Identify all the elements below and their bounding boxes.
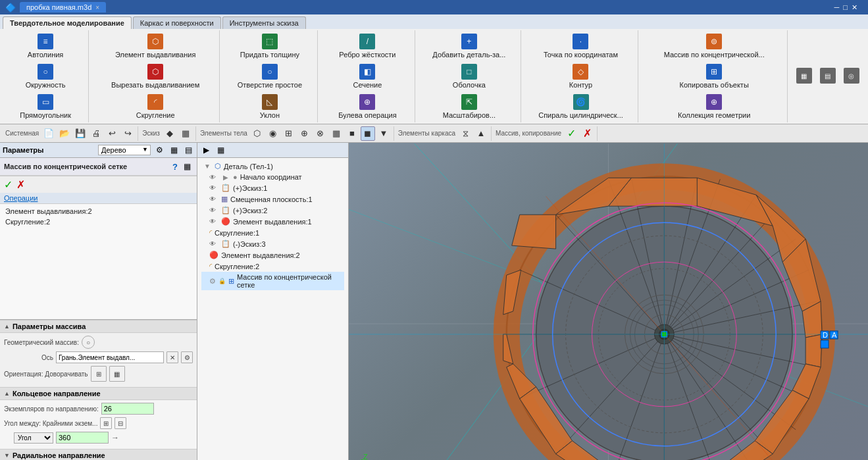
shell-btn[interactable]: □ Оболочка bbox=[449, 62, 489, 91]
extrude-btn[interactable]: ⬡ Элемент выдавливания bbox=[112, 32, 199, 61]
extra-btn-2[interactable]: ▤ bbox=[817, 66, 839, 87]
view-dropdown-btn[interactable]: ▼ bbox=[376, 126, 391, 141]
axis-clear-btn[interactable]: ✕ bbox=[166, 351, 178, 363]
thicken-btn[interactable]: ⬚ Придать толщину bbox=[237, 32, 303, 61]
ribbon-tab-surface[interactable]: Каркас и поверхности bbox=[133, 16, 221, 29]
undo-btn[interactable]: ↩ bbox=[105, 126, 119, 141]
help-btn[interactable]: ? bbox=[169, 161, 181, 172]
eye-icon-1: 👁 bbox=[209, 184, 218, 192]
rect-btn[interactable]: ▭ Прямоугольник bbox=[16, 92, 74, 121]
view-3d-btn[interactable]: ⊗ bbox=[313, 126, 328, 141]
section-btn[interactable]: ◧ Сечение bbox=[349, 62, 385, 91]
redo-btn[interactable]: ↪ bbox=[120, 126, 135, 141]
panel-dropdown[interactable]: Дерево ▼ bbox=[98, 145, 151, 155]
frame-btn-2[interactable]: ▲ bbox=[474, 126, 488, 141]
ops-item-0[interactable]: Элемент выдавливания:2 bbox=[4, 207, 193, 216]
draft-btn[interactable]: ◺ Уклон bbox=[257, 92, 283, 121]
scale-btn[interactable]: ⇱ Масштабиров... bbox=[440, 92, 499, 121]
filter-btn[interactable]: ⧖ bbox=[458, 126, 472, 141]
collection-icon: ⊕ bbox=[706, 94, 722, 110]
angle-mode-btn-2[interactable]: ⊟ bbox=[115, 417, 126, 429]
ring-header[interactable]: ▲ Кольцевое направление bbox=[0, 387, 197, 400]
rib-btn[interactable]: / Ребро жёсткости bbox=[336, 32, 399, 61]
instances-input[interactable] bbox=[101, 403, 154, 415]
confirm-ok-btn[interactable]: ✓ bbox=[4, 178, 13, 191]
angle-input[interactable] bbox=[56, 432, 109, 444]
tree-toggle-btn[interactable]: ▶ bbox=[200, 144, 212, 156]
ribbon-group-point: · Точка по координатам ◇ Контур 🌀 Спирал… bbox=[524, 30, 639, 122]
axis-pick-btn[interactable]: ⚙ bbox=[181, 351, 193, 363]
cancel-red-btn[interactable]: ✗ bbox=[580, 126, 594, 141]
axis-input[interactable] bbox=[56, 351, 164, 363]
tree-item-fillet1[interactable]: ◜ Скругление:1 bbox=[201, 227, 344, 238]
ops-label[interactable]: Операции bbox=[4, 194, 38, 202]
tree-item-fillet2[interactable]: ◜ Скругление:2 bbox=[201, 261, 344, 272]
collection-btn[interactable]: ⊕ Коллекция геометрии bbox=[675, 92, 753, 121]
panel-extra-btn[interactable]: ▦ bbox=[168, 144, 180, 156]
point-icon: · bbox=[573, 34, 588, 49]
contour-btn[interactable]: ◇ Контур bbox=[566, 62, 596, 91]
confirm-cancel-btn[interactable]: ✗ bbox=[16, 178, 25, 191]
cut-extrude-btn[interactable]: ⬡ Вырезать выдавливанием bbox=[108, 62, 203, 91]
extra-btn-1[interactable]: ▦ bbox=[793, 66, 815, 87]
autoline-btn[interactable]: ≡ Автолиния bbox=[24, 32, 66, 61]
orient-btn-1[interactable]: ⊞ bbox=[91, 366, 107, 382]
sketch-btn-1[interactable]: ◆ bbox=[163, 126, 177, 141]
tree-mass-lock-icon: 🔒 bbox=[218, 278, 226, 284]
circle-btn[interactable]: ○ Окружность bbox=[22, 62, 69, 91]
tree-item-sketch1[interactable]: 👁 📋 (+)Эскиз:1 bbox=[201, 182, 344, 193]
geom-mass-toggle[interactable]: ○ bbox=[82, 336, 95, 349]
spiral-btn[interactable]: 🌀 Спираль цилиндрическ... bbox=[535, 92, 626, 121]
tree-extra-btn[interactable]: ▦ bbox=[215, 144, 226, 156]
angle-between-row: Угол между: Крайними экзем... ⊞ ⊟ bbox=[4, 417, 193, 429]
view-front-btn[interactable]: ⊞ bbox=[282, 126, 296, 141]
print-btn[interactable]: 🖨 bbox=[89, 126, 103, 141]
mass-btn[interactable]: ⊚ Массив по концентрической... bbox=[661, 32, 768, 61]
ribbon-tab-solid[interactable]: Твердотельное моделирование bbox=[3, 16, 132, 29]
add-detail-btn[interactable]: + Добавить деталь-за... bbox=[429, 32, 509, 61]
accept-green-btn[interactable]: ✓ bbox=[564, 126, 578, 141]
sketch-btn-2[interactable]: ▦ bbox=[178, 126, 193, 141]
tree-item-sketch2[interactable]: 👁 📋 (+)Эскиз:2 bbox=[201, 205, 344, 216]
panel-extra-btn2[interactable]: ▤ bbox=[182, 144, 194, 156]
view-cube-btn[interactable]: ◉ bbox=[266, 126, 280, 141]
tree-item-mass[interactable]: ⚙ 🔒 ⊞ Массив по концентрической сетке bbox=[201, 272, 344, 290]
frame-toolbar: Элементы каркаса ⧖ ▲ bbox=[396, 126, 492, 141]
ribbon-tab-sketch[interactable]: Инструменты эскиза bbox=[222, 16, 306, 29]
ops-item-1[interactable]: Скругление:2 bbox=[4, 217, 193, 226]
window-close-btn[interactable]: ✕ bbox=[852, 3, 857, 12]
window-minimize-btn[interactable]: ─ bbox=[834, 3, 840, 12]
view-all-btn[interactable]: ⊕ bbox=[297, 126, 312, 141]
point-btn[interactable]: · Точка по координатам bbox=[540, 32, 621, 61]
fillet-btn[interactable]: ◜ Скругление bbox=[133, 92, 178, 121]
open-btn[interactable]: 📂 bbox=[57, 126, 72, 141]
hole-btn[interactable]: ○ Отверстие простое bbox=[234, 62, 305, 91]
copy-btn[interactable]: ⊞ Копировать объекты bbox=[677, 62, 752, 91]
save-btn[interactable]: 💾 bbox=[73, 126, 88, 141]
boolean-btn[interactable]: ⊕ Булева операция bbox=[335, 92, 400, 121]
viewport[interactable]: D A X Z Y bbox=[349, 143, 868, 460]
tree-item-plane[interactable]: 👁 ▦ Смещенная плоскость:1 bbox=[201, 193, 344, 205]
panel-settings-btn[interactable]: ⚙ bbox=[153, 144, 165, 156]
angle-mode-btn-1[interactable]: ⊞ bbox=[100, 417, 112, 429]
tree-item-extrude2[interactable]: 🔴 Элемент выдавления:2 bbox=[201, 249, 344, 261]
tree-item-extrude1[interactable]: 👁 🔴 Элемент выдавления:1 bbox=[201, 216, 344, 227]
eye-icon-0: 👁 bbox=[209, 174, 218, 181]
orient-btn-2[interactable]: ▦ bbox=[109, 366, 125, 382]
tree-root[interactable]: ▼ ⬡ Деталь (Тел-1) bbox=[201, 161, 344, 172]
tree-item-origin[interactable]: 👁 ▶ ● Начало координат bbox=[201, 172, 344, 182]
body-btn-1[interactable]: ⬡ bbox=[250, 126, 265, 141]
mass-params-header[interactable]: ▲ Параметры массива bbox=[0, 320, 197, 333]
view-render-btn[interactable]: ◼ bbox=[361, 126, 375, 141]
extra-btn-3[interactable]: ◎ bbox=[840, 66, 863, 87]
new-btn[interactable]: 📄 bbox=[41, 126, 56, 141]
tab-close-btn[interactable]: × bbox=[95, 4, 99, 11]
tree-item-sketch3[interactable]: 👁 📋 (-)Эскиз:3 bbox=[201, 238, 344, 249]
params-extra-btn[interactable]: ▦ bbox=[181, 161, 193, 172]
angle-type-select[interactable]: Угол bbox=[14, 432, 53, 444]
active-tab[interactable]: пробка пивная.m3d × bbox=[20, 2, 106, 13]
view-wire-btn[interactable]: ▦ bbox=[329, 126, 344, 141]
window-maximize-btn[interactable]: □ bbox=[843, 3, 848, 12]
radial-header[interactable]: ▼ Радиальное направление bbox=[0, 449, 197, 460]
view-shade-btn[interactable]: ■ bbox=[345, 126, 359, 141]
